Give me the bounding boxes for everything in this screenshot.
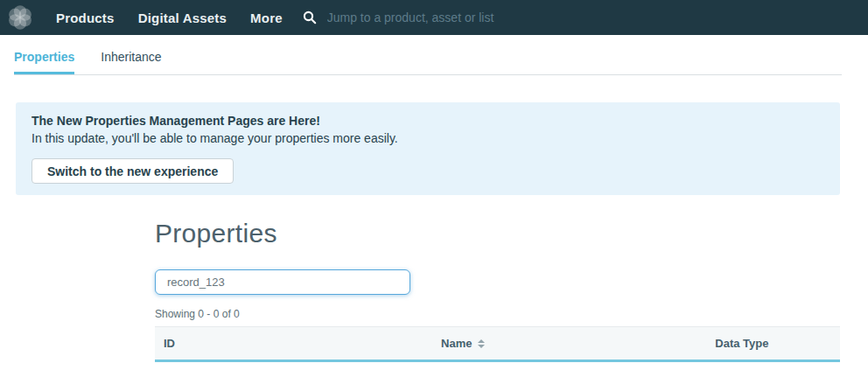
column-header-name[interactable]: Name <box>432 327 706 360</box>
property-filter-input[interactable] <box>155 269 410 295</box>
tab-inheritance[interactable]: Inheritance <box>101 50 161 74</box>
tab-properties[interactable]: Properties <box>14 50 74 74</box>
sort-icon <box>478 339 485 348</box>
global-search-input[interactable] <box>326 10 693 25</box>
page-title: Properties <box>155 219 840 248</box>
properties-table-header: ID Name Data Type <box>155 326 840 362</box>
top-navbar: Products Digital Assets More <box>0 0 868 35</box>
tab-bar: Properties Inheritance <box>14 35 842 75</box>
column-header-id: ID <box>155 327 432 360</box>
results-summary: Showing 0 - 0 of 0 <box>155 308 840 320</box>
main-nav-menu: Products Digital Assets More <box>56 10 283 25</box>
banner-title: The New Properties Management Pages are … <box>32 114 824 129</box>
nav-item-digital-assets[interactable]: Digital Assets <box>138 10 227 25</box>
announcement-banner: The New Properties Management Pages are … <box>16 102 840 195</box>
flower-logo-icon <box>6 3 34 31</box>
switch-experience-button[interactable]: Switch to the new experience <box>32 158 234 184</box>
nav-item-products[interactable]: Products <box>56 10 115 25</box>
main-content: Properties Showing 0 - 0 of 0 ID Name Da… <box>155 219 840 362</box>
global-search <box>303 10 868 25</box>
banner-body: In this update, you'll be able to manage… <box>32 131 824 146</box>
search-icon <box>303 10 317 24</box>
column-header-data-type: Data Type <box>706 327 840 360</box>
column-header-name-label: Name <box>441 337 472 350</box>
nav-item-more[interactable]: More <box>250 10 283 25</box>
app-logo[interactable] <box>5 3 35 32</box>
